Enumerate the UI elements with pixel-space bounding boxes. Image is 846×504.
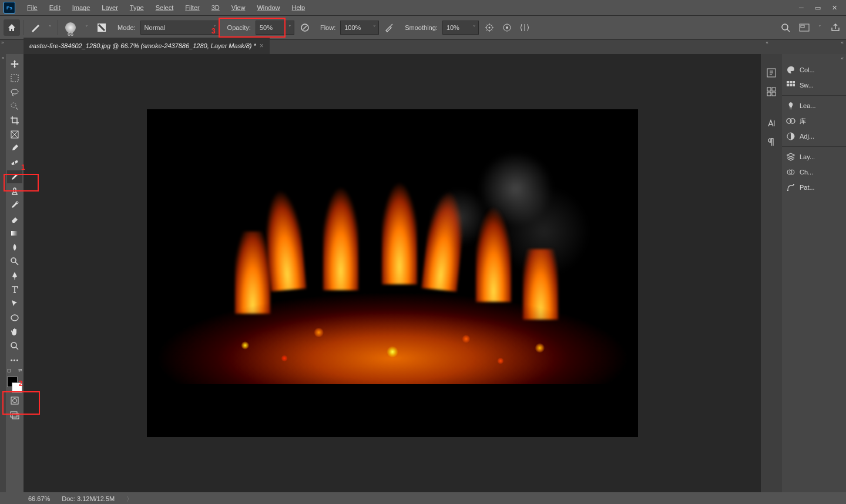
window-close-button[interactable]: ✕ <box>826 2 842 13</box>
learn-panel[interactable]: Lea... <box>782 98 846 113</box>
properties-panel-icon[interactable] <box>763 65 780 81</box>
eraser-tool[interactable] <box>7 213 22 226</box>
crop-tool[interactable] <box>7 114 22 127</box>
smoothing-label: Smoothing: <box>405 24 438 31</box>
annotation-label-1: 1 <box>21 163 25 172</box>
svg-rect-33 <box>793 84 795 86</box>
brush-tool-icon[interactable] <box>28 21 43 34</box>
eyedropper-tool[interactable] <box>7 142 22 155</box>
color-panel[interactable]: Col... <box>782 62 846 78</box>
canvas-area[interactable] <box>24 54 761 492</box>
menu-type[interactable]: Type <box>124 2 150 14</box>
opacity-label: Opacity: <box>227 24 251 31</box>
right-expand-handle-1[interactable]: « <box>766 40 768 45</box>
healing-brush-tool[interactable] <box>7 156 22 169</box>
quick-select-tool[interactable] <box>7 100 22 113</box>
document-canvas[interactable] <box>147 109 638 437</box>
layers-panel[interactable]: Lay... <box>782 149 846 164</box>
menu-3d[interactable]: 3D <box>206 2 226 14</box>
share-button[interactable] <box>828 21 842 35</box>
annotation-label-3: 3 <box>212 27 216 35</box>
character-panel-icon[interactable] <box>763 115 780 132</box>
svg-point-3 <box>488 27 490 29</box>
status-bar: 66.67% Doc: 3.12M/12.5M 〉 <box>0 492 846 504</box>
dodge-tool[interactable] <box>7 255 22 268</box>
zoom-level[interactable]: 66.67% <box>28 495 50 502</box>
menu-help[interactable]: Help <box>286 2 311 14</box>
gradient-tool[interactable] <box>7 227 22 240</box>
screen-mode-chevron[interactable]: ˅ <box>816 25 824 31</box>
app-logo: Ps <box>4 2 15 14</box>
menu-file[interactable]: File <box>21 2 43 14</box>
menu-view[interactable]: View <box>226 2 251 14</box>
right-expand-handle-2[interactable]: « <box>841 40 844 45</box>
tool-preset-picker[interactable]: ˅ <box>46 25 54 31</box>
shape-tool[interactable] <box>7 311 22 324</box>
blend-mode-select[interactable]: Normal ˅ <box>140 21 219 35</box>
brush-preset-picker[interactable]: 66 <box>62 19 79 36</box>
libraries-panel[interactable]: 库 <box>782 113 846 129</box>
edit-toolbar-button[interactable]: ••• <box>7 354 22 367</box>
close-tab-icon[interactable]: × <box>260 42 264 50</box>
pen-tool[interactable] <box>7 269 22 282</box>
svg-rect-30 <box>793 81 795 83</box>
clone-stamp-tool[interactable] <box>7 184 22 197</box>
blend-mode-value: Normal <box>145 24 165 31</box>
svg-rect-22 <box>12 414 19 419</box>
menu-layer[interactable]: Layer <box>96 2 124 14</box>
marquee-tool[interactable] <box>7 72 22 85</box>
type-tool[interactable] <box>7 283 22 296</box>
document-tab[interactable]: easter-fire-384602_1280.jpg @ 66.7% (smo… <box>24 37 270 54</box>
svg-point-18 <box>11 342 16 348</box>
menu-window[interactable]: Window <box>251 2 286 14</box>
home-button[interactable] <box>4 19 20 36</box>
paths-panel[interactable]: Pat... <box>782 180 846 195</box>
default-swap-colors[interactable]: ◻⇄ <box>7 368 22 373</box>
quick-mask-toggle[interactable] <box>7 394 22 407</box>
pressure-size-toggle[interactable] <box>500 21 514 35</box>
lasso-tool[interactable] <box>7 86 22 99</box>
flow-input[interactable]: 100% ˅ <box>340 21 379 35</box>
search-button[interactable] <box>778 21 793 35</box>
channels-panel[interactable]: Ch... <box>782 164 846 180</box>
toolbar-expand-handle[interactable]: » <box>1 40 4 45</box>
brush-preset-chevron[interactable]: ˅ <box>83 25 90 31</box>
svg-rect-19 <box>11 397 18 404</box>
smoothing-options-button[interactable] <box>482 21 496 35</box>
brush-settings-toggle[interactable] <box>94 21 109 34</box>
blur-tool[interactable] <box>7 241 22 254</box>
zoom-tool[interactable] <box>7 340 22 352</box>
swatches-panel[interactable]: Sw... <box>782 78 846 93</box>
history-brush-tool[interactable] <box>7 199 22 211</box>
brush-tool[interactable] <box>7 170 22 183</box>
hand-tool[interactable] <box>7 325 22 338</box>
screen-mode-button[interactable] <box>797 21 811 35</box>
info-panel-icon[interactable] <box>763 83 780 100</box>
airbrush-toggle[interactable] <box>382 21 397 35</box>
window-restore-button[interactable]: ▭ <box>810 2 826 13</box>
doc-size[interactable]: Doc: 3.12M/12.5M <box>62 495 115 502</box>
menu-select[interactable]: Select <box>150 2 180 14</box>
symmetry-button[interactable] <box>518 21 532 35</box>
adjustments-panel[interactable]: Adj... <box>782 129 846 144</box>
menu-edit[interactable]: Edit <box>43 2 66 14</box>
brush-size-value: 66 <box>62 31 79 37</box>
menu-filter[interactable]: Filter <box>179 2 205 14</box>
panel-label: Lay... <box>800 153 815 160</box>
svg-rect-8 <box>801 25 804 28</box>
status-chevron[interactable]: 〉 <box>126 495 133 503</box>
sliders-icon <box>785 132 796 141</box>
pressure-opacity-toggle[interactable] <box>298 21 312 35</box>
smoothing-input[interactable]: 10% ˅ <box>442 21 479 35</box>
menu-image[interactable]: Image <box>66 2 96 14</box>
palette-icon <box>785 65 796 75</box>
svg-point-17 <box>11 315 18 321</box>
paragraph-panel-icon[interactable] <box>763 134 780 150</box>
opacity-input[interactable]: 50% ˅ <box>256 21 294 35</box>
move-tool[interactable] <box>7 58 22 70</box>
frame-tool[interactable] <box>7 128 22 141</box>
svg-point-6 <box>782 24 788 30</box>
window-minimize-button[interactable]: ─ <box>793 2 810 13</box>
screen-mode-tool[interactable] <box>7 408 22 421</box>
path-select-tool[interactable] <box>7 297 22 310</box>
